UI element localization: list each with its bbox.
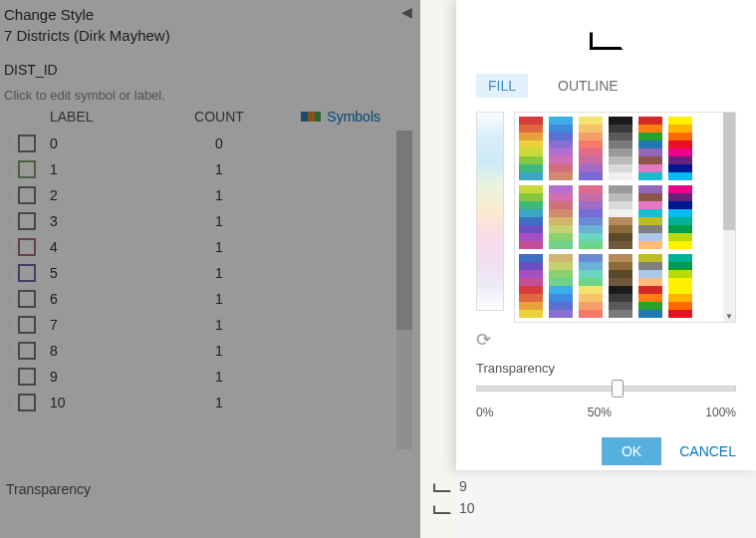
color-swatch[interactable] xyxy=(638,310,662,318)
color-swatch[interactable] xyxy=(638,164,662,172)
color-swatch[interactable] xyxy=(549,225,573,233)
color-swatch[interactable] xyxy=(579,286,603,294)
color-swatch[interactable] xyxy=(519,302,543,310)
color-swatch[interactable] xyxy=(579,117,603,125)
color-swatch[interactable] xyxy=(668,156,692,164)
color-swatch[interactable] xyxy=(549,117,573,125)
color-swatch[interactable] xyxy=(609,241,632,249)
color-swatch[interactable] xyxy=(668,294,692,302)
color-swatch[interactable] xyxy=(609,148,632,156)
color-swatch[interactable] xyxy=(609,117,632,125)
transparency-slider[interactable] xyxy=(476,380,736,404)
color-swatch[interactable] xyxy=(579,164,603,172)
color-swatch[interactable] xyxy=(668,148,692,156)
color-swatch[interactable] xyxy=(579,270,603,278)
color-swatch[interactable] xyxy=(519,140,543,148)
color-swatch[interactable] xyxy=(609,286,632,294)
color-swatch[interactable] xyxy=(549,193,573,201)
color-swatch[interactable] xyxy=(519,125,543,133)
color-swatch[interactable] xyxy=(638,270,662,278)
color-swatch[interactable] xyxy=(579,225,603,233)
color-swatch[interactable] xyxy=(668,125,692,133)
color-swatch[interactable] xyxy=(638,233,662,241)
color-swatch[interactable] xyxy=(549,148,573,156)
color-swatch[interactable] xyxy=(549,133,573,140)
color-swatch[interactable] xyxy=(519,294,543,302)
color-swatch[interactable] xyxy=(579,125,603,133)
color-swatch[interactable] xyxy=(609,217,632,225)
color-swatch[interactable] xyxy=(519,209,543,217)
color-swatch[interactable] xyxy=(519,233,543,241)
scroll-down-icon[interactable]: ▼ xyxy=(723,312,735,322)
color-swatch[interactable] xyxy=(579,310,603,318)
color-swatch[interactable] xyxy=(519,156,543,164)
color-swatch[interactable] xyxy=(519,172,543,180)
color-swatch[interactable] xyxy=(638,241,662,249)
color-swatch[interactable] xyxy=(668,241,692,249)
color-swatch[interactable] xyxy=(549,217,573,225)
color-swatch[interactable] xyxy=(549,262,573,270)
color-swatch[interactable] xyxy=(609,172,632,180)
ok-button[interactable]: OK xyxy=(602,437,661,465)
color-swatch[interactable] xyxy=(638,148,662,156)
color-swatch[interactable] xyxy=(668,140,692,148)
color-swatch[interactable] xyxy=(579,201,603,209)
color-swatch[interactable] xyxy=(549,185,573,193)
color-swatch[interactable] xyxy=(579,262,603,270)
color-swatch[interactable] xyxy=(579,209,603,217)
color-swatch[interactable] xyxy=(668,286,692,294)
color-swatch[interactable] xyxy=(519,262,543,270)
color-swatch[interactable] xyxy=(609,270,632,278)
color-swatch[interactable] xyxy=(609,156,632,164)
color-swatch[interactable] xyxy=(668,262,692,270)
color-swatch[interactable] xyxy=(579,254,603,262)
color-swatch[interactable] xyxy=(609,193,632,201)
color-swatch[interactable] xyxy=(609,185,632,193)
color-swatch[interactable] xyxy=(668,133,692,140)
color-swatch[interactable] xyxy=(638,172,662,180)
color-swatch[interactable] xyxy=(579,193,603,201)
color-swatch[interactable] xyxy=(519,201,543,209)
color-swatch[interactable] xyxy=(668,225,692,233)
color-swatch[interactable] xyxy=(668,270,692,278)
color-swatch[interactable] xyxy=(609,262,632,270)
color-swatch[interactable] xyxy=(549,233,573,241)
color-swatch[interactable] xyxy=(638,133,662,140)
color-swatch[interactable] xyxy=(579,278,603,286)
color-swatch[interactable] xyxy=(609,125,632,133)
color-swatch[interactable] xyxy=(609,201,632,209)
color-swatch[interactable] xyxy=(519,225,543,233)
color-swatch[interactable] xyxy=(549,209,573,217)
refresh-icon[interactable]: ⟳ xyxy=(476,329,736,351)
color-swatch[interactable] xyxy=(638,117,662,125)
color-swatch[interactable] xyxy=(549,156,573,164)
color-swatch[interactable] xyxy=(549,278,573,286)
color-swatch[interactable] xyxy=(668,310,692,318)
color-swatch[interactable] xyxy=(668,164,692,172)
color-ramp[interactable] xyxy=(476,112,504,311)
color-swatch[interactable] xyxy=(519,133,543,140)
tab-fill[interactable]: FILL xyxy=(476,74,528,98)
color-swatch[interactable] xyxy=(579,172,603,180)
color-swatch[interactable] xyxy=(609,302,632,310)
color-swatch[interactable] xyxy=(668,217,692,225)
color-swatch[interactable] xyxy=(668,278,692,286)
color-swatch[interactable] xyxy=(579,140,603,148)
color-swatch[interactable] xyxy=(609,310,632,318)
color-swatch[interactable] xyxy=(668,117,692,125)
color-swatch[interactable] xyxy=(519,148,543,156)
color-swatch[interactable] xyxy=(549,125,573,133)
cancel-button[interactable]: CANCEL xyxy=(679,443,736,459)
color-swatch[interactable] xyxy=(579,148,603,156)
color-swatch[interactable] xyxy=(519,185,543,193)
color-swatch[interactable] xyxy=(549,286,573,294)
color-swatch[interactable] xyxy=(668,209,692,217)
color-swatch[interactable] xyxy=(579,302,603,310)
color-swatch[interactable] xyxy=(549,270,573,278)
swatch-scroll-thumb[interactable] xyxy=(723,113,735,230)
color-swatch[interactable] xyxy=(519,286,543,294)
color-swatch[interactable] xyxy=(638,254,662,262)
color-swatch[interactable] xyxy=(638,140,662,148)
color-swatch[interactable] xyxy=(549,140,573,148)
color-swatch[interactable] xyxy=(609,294,632,302)
